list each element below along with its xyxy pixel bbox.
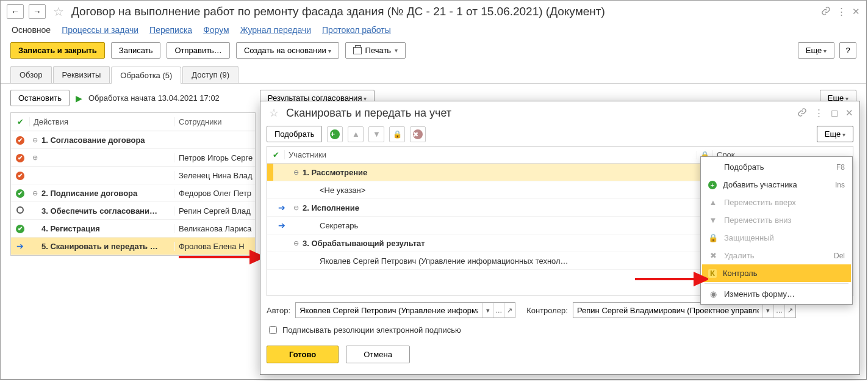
controller-dropdown[interactable]: ▾ bbox=[762, 303, 773, 318]
controller-open[interactable]: ↗ bbox=[784, 303, 795, 318]
tab-overview[interactable]: Обзор bbox=[10, 66, 52, 83]
col-participants[interactable]: Участники bbox=[284, 150, 697, 159]
move-down-button[interactable]: ▼ bbox=[368, 126, 384, 142]
expand-icon[interactable]: ⊕ bbox=[29, 154, 40, 162]
add-participant-icon-button[interactable]: + bbox=[327, 126, 343, 142]
page-tabs: Обзор Реквизиты Обработка (5) Доступ (9) bbox=[1, 66, 866, 84]
tab-details[interactable]: Реквизиты bbox=[53, 66, 110, 83]
expand-icon[interactable]: ⊖ bbox=[290, 204, 301, 212]
row-text: 1. Рассмотрение bbox=[301, 168, 697, 177]
send-button[interactable]: Отправить… bbox=[167, 42, 229, 59]
table-row[interactable]: ✔⊖1. Согласование договора bbox=[11, 131, 255, 149]
move-up-button[interactable]: ▲ bbox=[348, 126, 364, 142]
delete-icon: ✖ bbox=[708, 251, 718, 260]
author-dropdown[interactable]: ▾ bbox=[482, 303, 493, 318]
cancel-button[interactable]: Отмена bbox=[346, 346, 410, 363]
col-employees[interactable]: Сотрудники bbox=[174, 117, 255, 126]
row-status-icon: ➔ bbox=[273, 203, 290, 212]
nav-processes[interactable]: Процессы и задачи bbox=[62, 25, 138, 35]
kebab-menu-icon[interactable]: ⋮ bbox=[837, 6, 846, 17]
ready-button[interactable]: Готово bbox=[267, 346, 339, 363]
tab-processing[interactable]: Обработка (5) bbox=[111, 67, 181, 84]
nav-work-protocol[interactable]: Протокол работы bbox=[322, 25, 391, 35]
row-status-icon: ✔ bbox=[11, 223, 29, 233]
arrow-up-icon: ▲ bbox=[352, 129, 360, 139]
expand-icon[interactable]: ⊖ bbox=[29, 189, 40, 197]
row-status-icon: ✔ bbox=[11, 135, 29, 145]
dialog-link-icon[interactable] bbox=[797, 107, 807, 119]
forward-button[interactable]: → bbox=[29, 4, 46, 19]
expand-icon[interactable]: ⊖ bbox=[29, 136, 40, 144]
delete-icon: ✖ bbox=[413, 129, 423, 139]
create-from-button[interactable]: Создать на основании bbox=[236, 42, 339, 59]
menu-change-form[interactable]: ◉ Изменить форму… bbox=[702, 285, 851, 303]
row-status-icon: ➔ bbox=[11, 241, 29, 251]
row-text: Секретарь bbox=[301, 221, 697, 230]
arrow-up-icon: ▲ bbox=[708, 198, 718, 207]
nav-main[interactable]: Основное bbox=[12, 25, 51, 35]
controller-label: Контролер: bbox=[526, 306, 568, 315]
author-ellipsis[interactable]: … bbox=[493, 303, 504, 318]
dialog-title: Сканировать и передать на учет bbox=[286, 107, 451, 120]
author-field-wrap: ▾ … ↗ bbox=[295, 302, 515, 318]
row-text: 2. Исполнение bbox=[301, 203, 697, 212]
row-action: 5. Сканировать и передать … bbox=[40, 242, 174, 251]
plus-icon: + bbox=[330, 129, 340, 139]
menu-pick[interactable]: Подобрать F8 bbox=[702, 158, 851, 176]
col-status-icon[interactable]: ✔ bbox=[11, 117, 29, 126]
pick-button[interactable]: Подобрать bbox=[267, 126, 322, 142]
svg-marker-3 bbox=[695, 274, 707, 285]
close-icon[interactable]: ✕ bbox=[852, 6, 860, 17]
menu-add-participant[interactable]: + Добавить участника Ins bbox=[702, 176, 851, 194]
print-button[interactable]: Печать bbox=[345, 42, 406, 59]
table-row[interactable]: 3. Обеспечить согласовани…Репин Сергей В… bbox=[11, 202, 255, 220]
dialog-kebab-icon[interactable]: ⋮ bbox=[814, 107, 823, 118]
sign-checkbox[interactable] bbox=[269, 326, 277, 334]
menu-move-down: ▼ Переместить вниз bbox=[702, 211, 851, 229]
menu-protected: 🔒 Защищенный bbox=[702, 229, 851, 247]
expand-icon[interactable]: ⊖ bbox=[290, 239, 301, 247]
save-close-button[interactable]: Записать и закрыть bbox=[10, 42, 105, 59]
print-label: Печать bbox=[365, 46, 392, 55]
nav-correspondence[interactable]: Переписка bbox=[149, 25, 192, 35]
favorite-star-icon[interactable]: ☆ bbox=[53, 4, 64, 19]
back-button[interactable]: ← bbox=[7, 4, 24, 19]
dialog-close-icon[interactable]: ✕ bbox=[845, 107, 853, 118]
dialog-header: ☆ Сканировать и передать на учет ⋮ ◻ ✕ bbox=[260, 101, 859, 122]
arrow-down-icon: ▼ bbox=[373, 129, 381, 139]
col-part-status[interactable]: ✔ bbox=[267, 150, 284, 159]
more-button[interactable]: Еще bbox=[798, 42, 834, 59]
dialog-star-icon[interactable]: ☆ bbox=[269, 106, 279, 120]
table-row[interactable]: ✔4. РегистрацияВеликанова Лариса bbox=[11, 220, 255, 238]
processing-status: Обработка начата 13.04.2021 17:02 bbox=[88, 93, 220, 103]
dialog-more-button[interactable]: Еще bbox=[817, 126, 853, 142]
help-button[interactable]: ? bbox=[839, 42, 856, 59]
stop-button[interactable]: Остановить bbox=[10, 90, 70, 106]
nav-transfer-log[interactable]: Журнал передачи bbox=[240, 25, 311, 35]
play-icon: ▶ bbox=[76, 93, 82, 103]
controller-ellipsis[interactable]: … bbox=[773, 303, 784, 318]
annotation-arrow-2 bbox=[635, 272, 708, 286]
protected-button[interactable]: 🔒 bbox=[389, 126, 405, 142]
tab-access[interactable]: Доступ (9) bbox=[182, 66, 239, 83]
col-actions[interactable]: Действия bbox=[29, 117, 174, 126]
expand-icon[interactable]: ⊖ bbox=[290, 169, 301, 176]
row-employee: Федоров Олег Петр bbox=[174, 189, 255, 198]
controller-input[interactable] bbox=[573, 303, 762, 318]
delete-participant-button[interactable]: ✖ bbox=[410, 126, 426, 142]
settings-icon: ◉ bbox=[708, 289, 718, 299]
author-input[interactable] bbox=[296, 303, 482, 318]
row-action: 3. Обеспечить согласовани… bbox=[40, 206, 174, 216]
row-action: 1. Согласование договора bbox=[40, 136, 174, 145]
table-row[interactable]: ✔Зеленец Нина Влад bbox=[11, 167, 255, 184]
save-button[interactable]: Записать bbox=[111, 42, 161, 59]
menu-control[interactable]: К Контроль bbox=[702, 264, 851, 282]
nav-forum[interactable]: Форум bbox=[203, 25, 229, 35]
table-row[interactable]: ✔⊖2. Подписание договораФедоров Олег Пет… bbox=[11, 184, 255, 202]
author-open[interactable]: ↗ bbox=[504, 303, 515, 318]
window-header: ← → ☆ Договор на выполнение работ по рем… bbox=[1, 1, 866, 21]
dialog-maximize-icon[interactable]: ◻ bbox=[831, 107, 838, 118]
link-icon[interactable] bbox=[821, 6, 831, 18]
table-row[interactable]: ✔⊕Петров Игорь Серге bbox=[11, 149, 255, 167]
sign-check-label: Подписывать резолюции электронной подпис… bbox=[282, 325, 461, 335]
